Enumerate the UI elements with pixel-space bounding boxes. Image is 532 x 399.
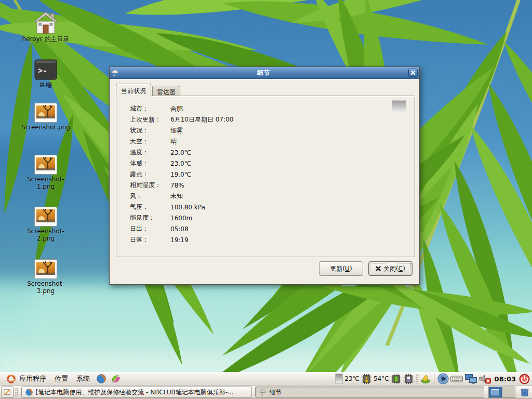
firefox-launcher[interactable] (94, 373, 109, 384)
weather-row: 气压：100.80 kPa (130, 202, 233, 212)
image-thumbnail-icon (21, 254, 71, 279)
ubuntu-logo-icon (6, 374, 16, 384)
weather-row: 状况：细雾 (130, 125, 233, 136)
desktop-icon-label: heroyr 的主目录 (21, 36, 71, 43)
desktop-icon-screenshot-2[interactable]: Screenshot-2.png (21, 202, 71, 243)
top-menu-panel: 应用程序 位置 系统 23℃ (0, 372, 532, 385)
weather-row: 体感：23.0℃ (130, 158, 233, 169)
weather-umbrella-icon (259, 389, 267, 396)
desktop-icon-label: Screenshot.png (21, 124, 71, 131)
weather-blob-icon[interactable] (420, 374, 431, 384)
weather-details-dialog: 细节 当前状况 雷达图 城市：合肥 上次更新：6月10日星期日 07:00 状况… (109, 66, 420, 285)
shutdown-power-icon[interactable] (519, 374, 530, 384)
weather-row: 日落：19:19 (130, 234, 233, 245)
weather-row: 日出：05:08 (130, 223, 233, 234)
menu-places[interactable]: 位置 (50, 373, 72, 384)
taskbar-panel: [笔记本电脑使用、维护及保修经验交流 - NBCLUB笔记本电脑俱乐部-... … (0, 385, 532, 399)
swirl-app-icon (111, 374, 121, 384)
ambient-temp-readout[interactable]: 23℃ (344, 375, 360, 382)
desktop-icon-terminal[interactable]: >- 终端 (21, 55, 71, 89)
weather-umbrella-icon (111, 69, 119, 77)
x-cross-icon (376, 266, 381, 271)
window-list-drag-handle[interactable] (15, 388, 18, 397)
tab-current-conditions[interactable]: 当前状况 (116, 84, 151, 98)
weather-row: 温度：23.0℃ (130, 147, 233, 158)
task-title: 细节 (269, 388, 282, 397)
desktop-icon-label: Screenshot-2.png (21, 228, 71, 243)
firefox-icon (96, 374, 107, 384)
close-button[interactable]: 关闭(C) (368, 261, 413, 276)
cpu-temp-readout[interactable]: 54°C (374, 375, 389, 382)
desktop-icon-label: Screenshot-1.png (21, 176, 71, 191)
weather-condition-icon (392, 100, 406, 112)
current-conditions-panel: 城市：合肥 上次更新：6月10日星期日 07:00 状况：细雾 天空：晴 温度：… (116, 96, 415, 257)
task-title: [笔记本电脑使用、维护及保修经验交流 - NBCLUB笔记本电脑俱乐部-... (36, 388, 234, 397)
menu-system[interactable]: 系统 (72, 373, 94, 384)
weather-rows: 城市：合肥 上次更新：6月10日星期日 07:00 状况：细雾 天空：晴 温度：… (130, 103, 233, 245)
network-monitors-icon[interactable] (464, 374, 477, 384)
chip-purple-bar-icon[interactable] (403, 374, 414, 384)
desktop-icon-screenshot-3[interactable]: Screenshot-3.png (21, 254, 71, 295)
trash-icon (520, 387, 530, 397)
desktop: heroyr 的主目录 >- 终端 Screenshot.png (0, 0, 532, 399)
keyboard-icon[interactable] (450, 375, 463, 383)
home-folder-icon (21, 9, 71, 34)
chip-thermometer-icon[interactable] (361, 374, 372, 384)
trash-applet[interactable] (520, 387, 530, 397)
desktop-icon-home[interactable]: heroyr 的主目录 (21, 9, 71, 43)
weather-row: 上次更新：6月10日星期日 07:00 (130, 114, 233, 125)
firefox-icon (25, 388, 33, 396)
system-tray: 23℃ 54°C (335, 373, 532, 384)
weather-row: 风：未知 (130, 191, 233, 202)
dialog-title: 细节 (119, 69, 408, 77)
tray-separator (434, 374, 434, 384)
svg-text:>-: >- (38, 66, 47, 75)
update-button[interactable]: 更新(U) (319, 261, 363, 276)
desktop-icon-label: 终端 (21, 82, 71, 89)
terminal-icon: >- (21, 55, 71, 80)
app-swirl-launcher[interactable] (109, 373, 123, 384)
desktop-icon-label: Screenshot-3.png (21, 281, 71, 295)
show-desktop-button[interactable] (1, 387, 14, 398)
dialog-buttons: 更新(U) 关闭(C) (319, 261, 413, 276)
image-thumbnail-icon (21, 98, 71, 123)
image-thumbnail-icon (21, 202, 71, 227)
sensor-gradient-icon[interactable] (335, 374, 343, 384)
media-play-icon[interactable] (437, 373, 449, 384)
workspace-switcher (488, 387, 515, 398)
image-thumbnail-icon (21, 150, 71, 175)
dialog-titlebar[interactable]: 细节 (110, 67, 419, 79)
task-button-firefox[interactable]: [笔记本电脑使用、维护及保修经验交流 - NBCLUB笔记本电脑俱乐部-... (21, 387, 252, 398)
desktop-icon-screenshot-1[interactable]: Screenshot-1.png (21, 150, 71, 191)
workspace-window-preview (491, 389, 499, 395)
volume-muted-icon[interactable] (479, 374, 491, 384)
weather-row: 相对湿度：78% (130, 180, 233, 191)
workspace-1[interactable] (489, 387, 502, 397)
close-icon[interactable] (408, 69, 418, 77)
applet-drag-handle[interactable] (416, 374, 419, 383)
weather-row: 露点：19.0℃ (130, 169, 233, 180)
weather-row: 天空：晴 (130, 136, 233, 147)
weather-row: 能见度：1600m (130, 212, 233, 223)
clock[interactable]: 08:03 (493, 375, 517, 383)
workspace-2[interactable] (502, 387, 515, 397)
chip-green-bar-icon[interactable] (391, 374, 402, 384)
desktop-icon-screenshot[interactable]: Screenshot.png (21, 98, 71, 131)
task-button-weather-details[interactable]: 细节 (255, 387, 484, 398)
weather-row: 城市：合肥 (130, 103, 233, 114)
menu-applications[interactable]: 应用程序 (2, 373, 50, 385)
show-desktop-icon (3, 388, 11, 396)
